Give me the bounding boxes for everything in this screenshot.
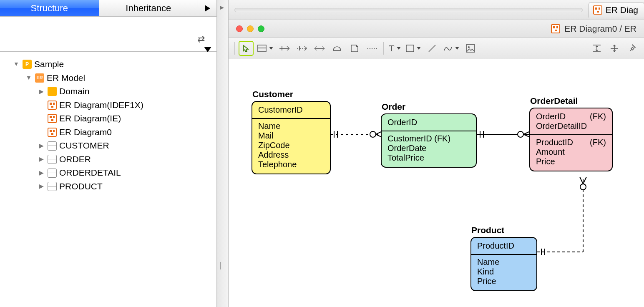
chevron-right-icon[interactable]: ▶: [38, 155, 45, 164]
tree-table-customer[interactable]: ▶ CUSTOMER: [3, 139, 213, 153]
sync-icon[interactable]: ⇄: [197, 34, 205, 45]
tree-diagram-0[interactable]: ER Diagram0: [3, 126, 213, 139]
tree-table-orderdetail[interactable]: ▶ ORDERDETAIL: [3, 166, 213, 180]
entity-attr[interactable]: ProductID(FK): [536, 138, 606, 147]
dropdown-icon[interactable]: [417, 47, 421, 50]
tree-diagram-ie[interactable]: ER Diagram(IE): [3, 112, 213, 126]
package-icon: P: [23, 60, 32, 69]
align-width-tool[interactable]: [591, 42, 603, 55]
entity-attr[interactable]: Price: [536, 157, 606, 166]
pin-tool[interactable]: [626, 42, 638, 55]
anchor-tool[interactable]: [366, 42, 378, 55]
chevron-down-icon[interactable]: ▼: [25, 73, 33, 83]
chevron-down-icon[interactable]: ▼: [13, 60, 20, 69]
tree-root[interactable]: ▼ P Sample: [3, 58, 213, 71]
tab-structure[interactable]: Structure: [0, 0, 99, 16]
minimize-window-icon[interactable]: [247, 25, 254, 32]
entity-attr[interactable]: TotalPrice: [387, 153, 470, 163]
traffic-lights: [236, 25, 264, 32]
entity-attr[interactable]: Amount: [536, 147, 606, 157]
tree-table-order[interactable]: ▶ ORDER: [3, 153, 213, 166]
expand-icon[interactable]: ▶: [220, 4, 224, 10]
pk-name: OrderDetailID: [536, 121, 606, 131]
chevron-right-icon[interactable]: ▶: [38, 169, 45, 178]
chevron-right-icon[interactable]: ▶: [38, 141, 45, 151]
identifying-relation-tool[interactable]: [278, 42, 291, 55]
entity-attr[interactable]: OrderDate: [387, 143, 470, 153]
window-title: ER Diagram0 / ER: [551, 24, 636, 34]
diagram-toolbar: T: [229, 38, 644, 59]
tab-more[interactable]: [198, 0, 216, 16]
entity-attr[interactable]: CustomerID (FK): [387, 134, 470, 143]
document-tab[interactable]: ER Diag: [589, 2, 644, 18]
image-tool[interactable]: [464, 42, 477, 55]
rel-identifying-icon: [279, 45, 289, 51]
tree-label: Domain: [59, 85, 89, 98]
diagram-canvas[interactable]: Customer CustomerID Name Mail ZipCode Ad…: [229, 59, 644, 307]
folder-icon: [48, 87, 57, 96]
entity-product[interactable]: Product ProductID Name Kind Price: [470, 237, 537, 291]
dropdown-icon[interactable]: [269, 47, 273, 50]
rel-nonidentifying-icon: [297, 45, 307, 51]
project-tree[interactable]: ▼ P Sample ▼ ER ER Model ▶ Domain ER Dia…: [0, 52, 216, 199]
text-tool[interactable]: T: [389, 43, 401, 54]
er-diagram-icon: [593, 5, 602, 15]
entity-title: Customer: [252, 89, 293, 99]
zoom-window-icon[interactable]: [258, 25, 264, 32]
dropdown-icon[interactable]: [397, 47, 401, 50]
entity-order[interactable]: Order OrderID CustomerID (FK) OrderDate …: [381, 113, 477, 168]
line-icon: [428, 44, 437, 53]
pointer-tool[interactable]: [240, 42, 252, 55]
tree-label: ER Diagram0: [59, 126, 112, 139]
subtype-tool[interactable]: [331, 42, 343, 55]
window-titlebar: ER Diagram0 / ER: [229, 20, 644, 38]
entity-attr[interactable]: ZipCode: [258, 141, 324, 150]
align-height-tool[interactable]: [608, 42, 621, 55]
relation-customer-order[interactable]: [331, 130, 383, 138]
entity-pk[interactable]: ProductID: [471, 238, 536, 255]
freehand-tool[interactable]: [443, 45, 459, 52]
chevron-right-icon[interactable]: ▶: [38, 87, 45, 96]
svg-point-35: [518, 131, 523, 137]
entity-attr[interactable]: Kind: [477, 267, 531, 277]
tree-label: ORDERDETAIL: [59, 166, 121, 180]
dropdown-icon[interactable]: [204, 47, 211, 52]
er-diagram-icon: [48, 128, 57, 137]
close-window-icon[interactable]: [236, 25, 243, 32]
entity-orderdetail[interactable]: OrderDetail OrderID(FK) OrderDetailID Pr…: [529, 108, 613, 171]
entity-attr[interactable]: Telephone: [258, 160, 324, 169]
rect-tool[interactable]: [406, 45, 421, 52]
dropdown-icon[interactable]: [455, 47, 459, 50]
tree-label: ER Model: [47, 71, 85, 85]
entity-attr[interactable]: Address: [258, 150, 324, 160]
entity-title: Order: [382, 102, 405, 112]
entity-customer[interactable]: Customer CustomerID Name Mail ZipCode Ad…: [252, 101, 331, 174]
entity-attr[interactable]: Name: [258, 121, 324, 131]
tree-diagram-idef1x[interactable]: ER Diagram(IDEF1X): [3, 98, 213, 112]
entity-attr[interactable]: Mail: [258, 131, 324, 141]
document-tab-label: ER Diag: [606, 5, 638, 15]
entity-attr[interactable]: Price: [477, 277, 531, 286]
note-tool[interactable]: [348, 42, 361, 55]
tab-inheritance[interactable]: Inheritance: [99, 0, 199, 16]
many-to-many-tool[interactable]: [313, 42, 326, 55]
entity-tool[interactable]: [257, 45, 273, 52]
rel-many-icon: [314, 45, 325, 51]
splitter[interactable]: ▶: [217, 0, 229, 307]
chevron-right-icon[interactable]: ▶: [38, 182, 45, 191]
tree-domain[interactable]: ▶ Domain: [3, 85, 213, 98]
entity-attr[interactable]: Name: [477, 257, 531, 267]
entity-attrs: Name Kind Price: [471, 255, 536, 290]
entity-pk[interactable]: OrderID(FK) OrderDetailID: [530, 108, 612, 135]
nonidentifying-relation-tool[interactable]: [296, 42, 308, 55]
entity-pk[interactable]: OrderID: [382, 114, 476, 131]
svg-line-18: [429, 45, 435, 52]
line-tool[interactable]: [426, 42, 438, 55]
relation-order-detail[interactable]: [477, 130, 531, 138]
fk-badge: (FK): [590, 138, 606, 147]
tree-er-model[interactable]: ▼ ER ER Model: [3, 71, 213, 85]
tree-table-product[interactable]: ▶ PRODUCT: [3, 180, 213, 194]
relation-product-detail[interactable]: [537, 177, 587, 256]
entity-title: OrderDetail: [530, 96, 578, 106]
entity-pk[interactable]: CustomerID: [252, 102, 330, 119]
